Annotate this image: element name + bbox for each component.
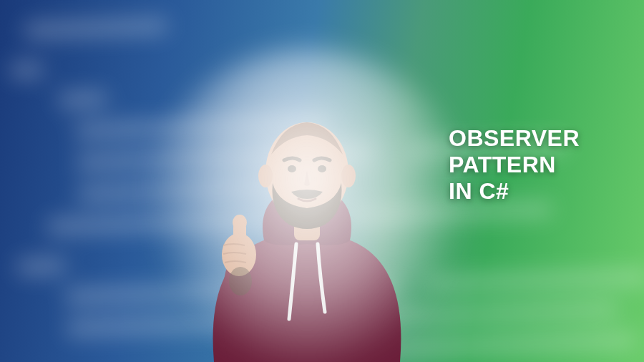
presenter-photo — [157, 62, 457, 362]
title-line-1: OBSERVER — [449, 125, 580, 152]
title-line-3: IN C# — [449, 178, 580, 205]
thumbnail-title: OBSERVER PATTERN IN C# — [449, 125, 580, 204]
presenter-glow — [144, 49, 470, 362]
thumbnail-image: OBSERVER PATTERN IN C# — [0, 0, 644, 362]
title-line-2: PATTERN — [449, 152, 580, 178]
